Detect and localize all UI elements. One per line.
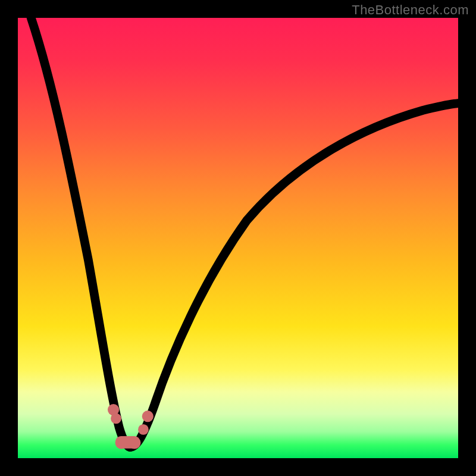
marker-layer bbox=[18, 18, 458, 458]
watermark-text: TheBottleneck.com bbox=[352, 2, 469, 18]
chart-frame: TheBottleneck.com bbox=[0, 0, 476, 476]
marker-dot bbox=[115, 437, 128, 449]
marker-dot bbox=[138, 424, 149, 435]
marker-dot bbox=[142, 411, 154, 422]
marker-dot bbox=[129, 437, 141, 449]
marker-dot bbox=[111, 414, 121, 424]
plot-area bbox=[18, 18, 458, 458]
